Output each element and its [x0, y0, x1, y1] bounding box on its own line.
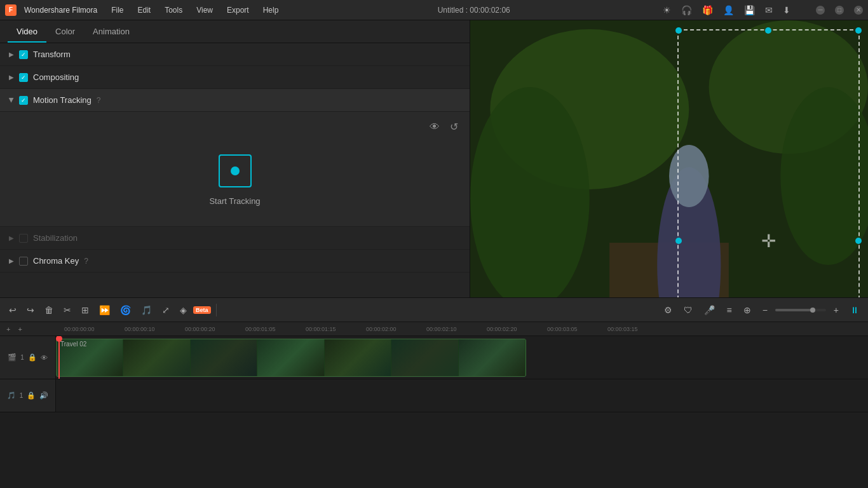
- ruler-mark-9: 00:00:03:15: [607, 326, 668, 332]
- effects-button[interactable]: 🌀: [116, 302, 135, 318]
- clip-thumb-3: [257, 339, 324, 376]
- menu-help[interactable]: Help: [257, 3, 285, 17]
- undo-button[interactable]: ↩: [5, 302, 20, 318]
- menu-file[interactable]: File: [105, 3, 130, 17]
- maximize-button[interactable]: □: [835, 6, 844, 15]
- menu-edit[interactable]: Edit: [132, 3, 158, 17]
- timeline-toolbar-right: ⚙ 🛡 🎤 ≡ ⊕ − + ⏸: [660, 302, 863, 318]
- gift-icon[interactable]: 🎁: [702, 5, 713, 15]
- ruler-mark-6: 00:00:02:10: [426, 326, 487, 332]
- ruler-mark-4: 00:00:01:15: [306, 326, 366, 332]
- overlay-button[interactable]: ⊕: [740, 302, 755, 318]
- stabilization-section-row[interactable]: ▶ Stabilization: [0, 227, 470, 250]
- tab-animation[interactable]: Animation: [84, 22, 139, 43]
- tab-color[interactable]: Color: [46, 22, 84, 43]
- close-button[interactable]: ✕: [854, 6, 863, 15]
- sun-icon[interactable]: ☀: [663, 5, 671, 15]
- timeline-pause-button[interactable]: ⏸: [846, 302, 863, 318]
- user-icon[interactable]: 👤: [723, 5, 734, 15]
- mail-icon[interactable]: ✉: [765, 5, 773, 15]
- voice-button[interactable]: 🎤: [700, 302, 719, 318]
- add-audio-track-button[interactable]: +: [14, 324, 25, 334]
- motion-tracking-section-row[interactable]: ▶ ✓ Motion Tracking ?: [0, 89, 470, 112]
- ruler-mark-0: 00:00:00:00: [64, 326, 125, 332]
- clip-thumb-1: [123, 339, 190, 376]
- transform-section-row[interactable]: ▶ ✓ Transform: [0, 43, 470, 66]
- menu-tools[interactable]: Tools: [158, 3, 189, 17]
- minimize-button[interactable]: ─: [816, 6, 825, 15]
- track-button[interactable]: ≡: [722, 302, 735, 318]
- clip-thumb-5: [391, 339, 458, 376]
- timeline-ruler: 00:00:00:00 00:00:00:10 00:00:00:20 00:0…: [26, 322, 868, 336]
- add-video-track-button[interactable]: +: [3, 324, 14, 334]
- video-track-icon: 🎬: [8, 353, 17, 362]
- toolbar-divider: [216, 304, 217, 316]
- video-track-number: 1: [20, 354, 24, 361]
- compositing-section-row[interactable]: ▶ ✓ Compositing: [0, 66, 470, 89]
- stabilization-arrow: ▶: [9, 234, 14, 241]
- audio-track-vis-icon[interactable]: 🔊: [39, 391, 48, 400]
- timeline-zoom-bar: [775, 309, 826, 311]
- audio-track-number: 1: [20, 392, 24, 399]
- compositing-checkbox[interactable]: ✓: [19, 73, 28, 82]
- tracking-reset-button[interactable]: ↺: [449, 119, 459, 134]
- start-tracking-button[interactable]: Start Tracking: [209, 196, 260, 206]
- ruler-mark-3: 00:00:01:05: [245, 326, 306, 332]
- audio-track-button[interactable]: 🛡: [680, 302, 696, 318]
- speed-button[interactable]: ⏩: [95, 302, 114, 318]
- audio-button[interactable]: 🎵: [137, 302, 156, 318]
- tracking-icon-wrap: [219, 154, 252, 187]
- clip-thumbnails: [57, 339, 526, 376]
- redo-button[interactable]: ↪: [23, 302, 38, 318]
- download-icon[interactable]: ⬇: [783, 5, 790, 15]
- clip-thumb-4: [325, 339, 391, 376]
- motion-tracking-arrow: ▶: [8, 98, 15, 103]
- video-track-vis-icon[interactable]: 👁: [41, 354, 48, 362]
- ruler-mark-8: 00:00:03:05: [547, 326, 607, 332]
- video-clip[interactable]: Travel 02: [56, 339, 526, 377]
- window-title: Untitled : 00:00:02:06: [438, 6, 510, 15]
- transform-label: Transform: [33, 50, 71, 59]
- tracking-toolbar: 👁 ↺: [10, 119, 459, 134]
- chroma-key-help-icon[interactable]: ?: [84, 257, 88, 266]
- tab-video[interactable]: Video: [8, 22, 46, 43]
- timeline-zoom-fill: [775, 309, 813, 311]
- video-track-content: Travel 02: [56, 336, 868, 379]
- audio-track-lock-icon[interactable]: 🔒: [27, 391, 36, 400]
- cut-button[interactable]: ✂: [60, 302, 75, 318]
- titlebar-left: F Wondershare Filmora File Edit Tools Vi…: [5, 3, 285, 17]
- chroma-key-label: Chroma Key: [33, 256, 79, 266]
- video-track-header: 🎬 1 🔒 👁: [0, 336, 56, 379]
- motion-tracking-checkbox[interactable]: ✓: [19, 96, 28, 105]
- motion-tracking-help-icon[interactable]: ?: [97, 96, 101, 105]
- tracking-area: Start Tracking: [10, 142, 459, 219]
- ruler-mark-5: 00:00:02:00: [366, 326, 426, 332]
- save-icon[interactable]: 💾: [744, 5, 755, 15]
- transform-checkbox[interactable]: ✓: [19, 50, 28, 59]
- fit-button[interactable]: ⤢: [158, 302, 173, 318]
- menu-export[interactable]: Export: [220, 3, 255, 17]
- timeline-zoom-thumb[interactable]: [810, 308, 815, 313]
- blend-button[interactable]: ◈: [176, 302, 191, 318]
- chroma-key-section-row[interactable]: ▶ Chroma Key ?: [0, 250, 470, 273]
- chroma-key-arrow: ▶: [9, 257, 14, 264]
- menu-bar: File Edit Tools View Export Help: [105, 3, 285, 17]
- ruler-mark-7: 00:00:02:20: [487, 326, 547, 332]
- snapshot-button[interactable]: ⚙: [660, 302, 676, 318]
- audio-track-header: 🎵 1 🔒 🔊: [0, 379, 56, 412]
- video-track-lock-icon[interactable]: 🔒: [28, 353, 37, 362]
- timeline-toolbar: ↩ ↪ 🗑 ✂ ⊞ ⏩ 🌀 🎵 ⤢ ◈ Beta ⚙ 🛡 🎤 ≡ ⊕ − + ⏸: [0, 298, 868, 322]
- tracking-view-button[interactable]: 👁: [428, 119, 441, 134]
- titlebar-center: Untitled : 00:00:02:06: [438, 6, 510, 15]
- titlebar: F Wondershare Filmora File Edit Tools Vi…: [0, 0, 868, 20]
- svg-point-2: [470, 87, 590, 309]
- zoom-minus[interactable]: −: [759, 302, 771, 318]
- headphone-icon[interactable]: 🎧: [681, 5, 692, 15]
- crop-button[interactable]: ⊞: [78, 302, 93, 318]
- delete-button[interactable]: 🗑: [41, 302, 57, 318]
- menu-view[interactable]: View: [190, 3, 219, 17]
- video-track-row: 🎬 1 🔒 👁 Travel 02: [0, 336, 868, 379]
- chroma-key-checkbox[interactable]: [19, 257, 28, 266]
- zoom-plus[interactable]: +: [830, 302, 843, 318]
- stabilization-checkbox[interactable]: [19, 234, 28, 243]
